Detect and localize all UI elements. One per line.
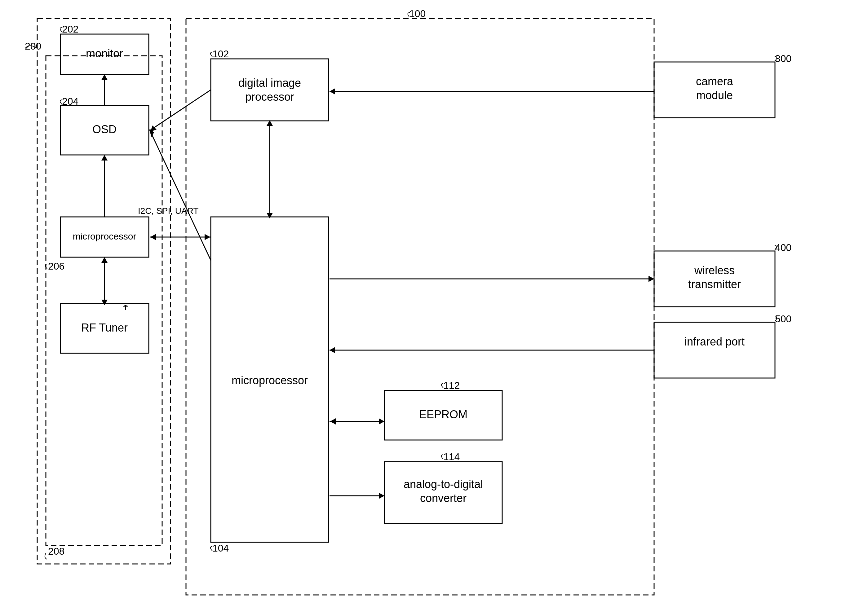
ref-112: 112	[443, 380, 460, 391]
arrowhead-osd-monitor	[101, 74, 107, 80]
arrowhead-cam-dip	[330, 88, 335, 94]
arrowhead-rf-mp-up	[101, 257, 107, 263]
ref-104: 104	[212, 543, 229, 554]
arrowhead-mp-wireless	[649, 276, 654, 282]
dip-label-line2: processor	[245, 91, 294, 103]
arrowhead-left-mp-left	[150, 234, 156, 240]
ref-202: 202	[62, 23, 78, 35]
outer-left-box	[37, 19, 170, 564]
adc-label-line1: analog-to-digital	[404, 478, 483, 490]
dip-box	[211, 59, 329, 121]
ref-114: 114	[443, 451, 460, 462]
arrowhead-eeprom-mp	[330, 418, 336, 424]
diagram-container: 200 208 monitor 202 OSD 204 microprocess…	[0, 0, 841, 616]
eeprom-label: EEPROM	[419, 408, 467, 421]
ref-208: 208	[48, 546, 65, 557]
arrowhead-left-mp-right	[205, 234, 210, 240]
wireless-label-line1: wireless	[694, 264, 735, 277]
arrowhead-rf-mp-down	[101, 300, 107, 305]
ref-300: 300	[775, 53, 791, 64]
dip-label-line1: digital image	[238, 76, 301, 89]
wireless-label-line2: transmitter	[688, 278, 741, 290]
microprocessor-left-label: microprocessor	[72, 231, 136, 241]
rf-tuner-label: RF Tuner	[81, 321, 128, 334]
camera-label-line1: camera	[696, 75, 734, 88]
main-box	[186, 19, 654, 595]
infrared-label-line1: infrared port	[684, 335, 745, 348]
arrowhead-dip-mp-down	[267, 213, 273, 219]
monitor-label: monitor	[86, 47, 123, 60]
infrared-box	[654, 322, 775, 378]
osd-label: OSD	[92, 123, 117, 136]
ref-400: 400	[775, 242, 791, 253]
ref-500: 500	[775, 313, 791, 324]
ref-204: 204	[62, 96, 78, 107]
arrowhead-mp-eeprom	[379, 418, 385, 424]
ref-206: 206	[48, 261, 65, 272]
adc-label-line2: converter	[420, 492, 467, 505]
camera-label-line2: module	[696, 89, 733, 102]
ref-102: 102	[212, 48, 229, 60]
arrowhead-mp-osd	[101, 155, 107, 160]
main-mp-label: microprocessor	[232, 374, 308, 387]
ref-100: 100	[409, 8, 426, 19]
arrowhead-infrared-mp	[330, 347, 335, 353]
arrowhead-mp-adc	[379, 493, 385, 499]
arrow-main-mp-osd	[150, 130, 211, 260]
arrow-dip-osd	[150, 90, 211, 130]
